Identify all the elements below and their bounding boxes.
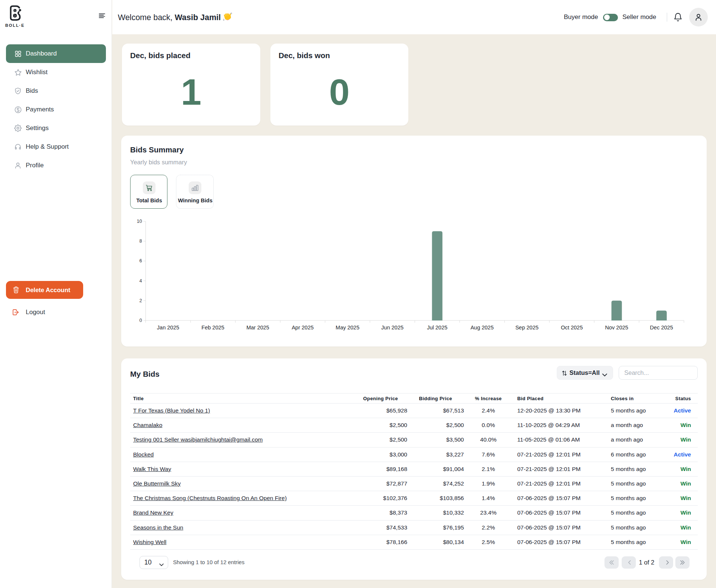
svg-text:Sep 2025: Sep 2025 [515, 325, 538, 331]
svg-text:Oct 2025: Oct 2025 [561, 325, 583, 331]
svg-text:Jun 2025: Jun 2025 [381, 325, 403, 331]
svg-text:6: 6 [139, 258, 142, 263]
svg-text:May 2025: May 2025 [336, 325, 359, 331]
svg-text:Jan 2025: Jan 2025 [157, 325, 179, 331]
svg-text:8: 8 [139, 238, 142, 244]
svg-text:Apr 2025: Apr 2025 [292, 325, 314, 331]
svg-text:4: 4 [139, 278, 142, 284]
svg-text:Mar 2025: Mar 2025 [246, 325, 269, 331]
svg-text:Nov 2025: Nov 2025 [605, 325, 628, 331]
svg-text:2: 2 [139, 298, 142, 303]
svg-text:Aug 2025: Aug 2025 [471, 325, 494, 331]
svg-text:10: 10 [137, 219, 142, 224]
svg-text:Dec 2025: Dec 2025 [650, 325, 673, 331]
svg-text:Jul 2025: Jul 2025 [427, 325, 448, 331]
svg-text:0: 0 [139, 318, 142, 323]
svg-text:Feb 2025: Feb 2025 [201, 325, 224, 331]
